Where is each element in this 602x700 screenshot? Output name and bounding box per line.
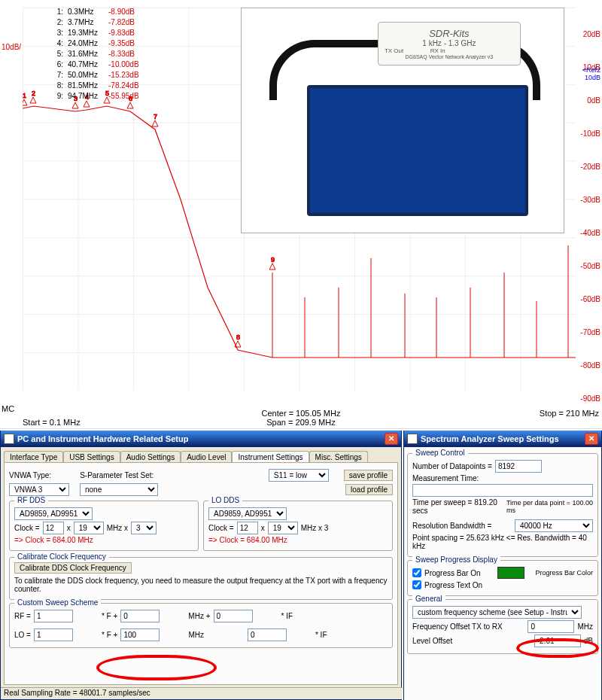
svg-text:1: 1	[23, 92, 26, 99]
status-bar: Real Sampling Rate = 48001.7 samples/sec	[1, 687, 403, 699]
datapoints-input[interactable]	[495, 460, 542, 473]
tab-interface-type[interactable]: Interface Type	[4, 451, 63, 463]
load-profile-button[interactable]: load profile	[345, 484, 393, 495]
meastime-label: Measurement Time:	[412, 474, 479, 482]
device-photo: SDR-Kits 1 kHz - 1.3 GHz TX Out RX In DG…	[241, 8, 564, 233]
y-tick: -50dB	[580, 262, 600, 295]
marker-row: 5:31.6MHz-8.33dB	[53, 50, 139, 59]
sparam-select[interactable]: none	[80, 483, 158, 496]
y-scale-left: 10dB/	[2, 43, 21, 51]
vnwa-type-select[interactable]: VNWA 3	[9, 483, 69, 496]
lo-clock-input[interactable]	[237, 522, 258, 534]
y-tick: -70dB	[580, 328, 600, 361]
lo-eq-label: LO =	[14, 631, 31, 639]
close-icon[interactable]: ✕	[585, 433, 598, 445]
lo-mult1[interactable]: 19	[268, 522, 298, 534]
marker-row: 3:19.3MHz-9.83dB	[53, 29, 139, 38]
rf-mult1[interactable]: 19	[74, 522, 104, 534]
titlebar[interactable]: PC and Instrument Hardware Related Setup…	[1, 431, 401, 447]
calibrate-help: To calibrate the DDS clock frequency, yo…	[14, 577, 388, 593]
progress-text-checkbox[interactable]: Progress Text On	[412, 580, 482, 589]
lo-offset-input[interactable]	[120, 628, 160, 641]
time-per-sweep: Time per sweep = 819.20 secs	[412, 498, 503, 515]
marker-row: 2:3.7MHz-7.82dB	[53, 18, 139, 27]
lo-dds-chip[interactable]: AD9859, AD9951	[208, 507, 287, 520]
rf-dds-legend: RF DDS	[14, 496, 48, 504]
general-legend: General	[412, 595, 445, 603]
y-tick: -10dB	[580, 129, 600, 163]
rf-clock-input[interactable]	[43, 522, 64, 534]
progress-bar-checkbox[interactable]: Progress Bar On	[412, 568, 480, 577]
app-icon	[407, 434, 418, 444]
point-spacing: Point spacing = 25.623 kHz <= Res. Bandw…	[412, 534, 593, 550]
lo-clock-label: Clock =	[208, 524, 234, 532]
tab-usb-settings[interactable]: USB Settings	[63, 451, 120, 463]
marker-row: 4:24.0MHz-9.35dB	[53, 39, 139, 48]
rf-mult2[interactable]: 3	[131, 522, 157, 534]
lo-clock-result: => Clock = 684.00 MHz	[208, 536, 388, 544]
marker-row: 1:0.3MHz-8.90dB	[53, 8, 139, 17]
device-ports: TX Out RX In	[379, 47, 520, 54]
meastime-input[interactable]	[412, 484, 593, 497]
svg-text:2: 2	[32, 90, 35, 97]
y-tick: 0dB	[580, 96, 600, 129]
y-tick: -20dB	[580, 163, 600, 196]
rf-eq-label: RF =	[14, 612, 31, 620]
rf-clock-label: Clock =	[14, 524, 40, 532]
device-brand: SDR-Kits	[429, 28, 469, 39]
spectrum-chart: 1 2 3 4 5 6 7 8 9 1:0.3MHz-8.90dB2:3.7MH…	[0, 0, 602, 429]
titlebar[interactable]: Spectrum Analyzer Sweep Settings ✕	[404, 431, 601, 447]
level-offset-input[interactable]	[534, 635, 581, 647]
window-title: Spectrum Analyzer Sweep Settings	[421, 434, 559, 443]
tab-strip: Interface TypeUSB SettingsAudio Settings…	[1, 447, 401, 462]
tab-audio-settings[interactable]: Audio Settings	[120, 451, 181, 463]
y-tick: -80dB	[580, 361, 600, 394]
rf-clock-result: => Clock = 684.00 MHz	[14, 536, 193, 544]
y-tick: -30dB	[580, 196, 600, 229]
close-icon[interactable]: ✕	[385, 433, 398, 445]
device-model: DG8SAQ Vector Network Analyzer v3	[406, 54, 494, 59]
upconverter-pcb	[307, 85, 528, 216]
svg-text:7: 7	[154, 113, 157, 120]
y-tick: -40dB	[580, 229, 600, 262]
progress-legend: Sweep Progress Display	[412, 555, 500, 564]
time-per-point: Time per data point = 100.00 ms	[506, 499, 593, 514]
center-span: Center = 105.05 MHz Span = 209.9 MHz	[262, 409, 341, 427]
span-freq: Span = 209.9 MHz	[262, 418, 341, 427]
hardware-setup-window: PC and Instrument Hardware Related Setup…	[0, 431, 402, 700]
y-tick: -60dB	[580, 295, 600, 328]
tab-misc-settings[interactable]: Misc. Settings	[309, 451, 368, 463]
progress-color-label: Progress Bar Color	[535, 569, 593, 577]
tab-instrument-settings[interactable]: Instrument Settings	[232, 451, 309, 463]
center-freq: Center = 105.05 MHz	[262, 409, 341, 418]
mc-label: MC	[2, 404, 14, 413]
lo-dds-legend: LO DDS	[208, 496, 242, 504]
sparam-label: S-Parameter Test Set:	[80, 471, 154, 479]
rbw-select[interactable]: 40000 Hz	[515, 519, 593, 532]
lo-if-input[interactable]	[248, 628, 287, 641]
datapoints-label: Number of Datapoints =	[412, 462, 492, 470]
svg-text:9: 9	[271, 256, 275, 263]
y-scale-right: <Ref2 10dB 20dB10dB0dB-10dB-20dB-30dB-40…	[580, 30, 600, 428]
lo-k-input[interactable]	[34, 628, 73, 641]
level-offset-label: Level Offset	[412, 637, 452, 645]
save-profile-button[interactable]: save profile	[344, 470, 393, 481]
freq-scheme-select[interactable]: custom frequency scheme (see Setup - Ins…	[412, 606, 582, 619]
rf-dds-chip[interactable]: AD9859, AD9951	[14, 507, 93, 520]
freq-offset-input[interactable]	[528, 620, 574, 633]
progress-bar-color[interactable]	[497, 567, 524, 579]
rf-offset-input[interactable]	[120, 610, 160, 622]
s11-select[interactable]: S11 = low	[269, 469, 329, 482]
rf-k-input[interactable]	[34, 610, 73, 622]
rf-if-input[interactable]	[214, 610, 253, 622]
calibrate-legend: Calibrate Clock Frequency	[14, 552, 109, 561]
custom-sweep-legend: Custom Sweep Scheme	[14, 598, 101, 607]
y-tick: 20dB	[580, 30, 600, 63]
calibrate-button[interactable]: Calibrate DDS Clock Frequency	[14, 562, 132, 574]
rbw-label: Resolution Bandwidth =	[412, 522, 491, 530]
window-title: PC and Instrument Hardware Related Setup	[17, 434, 188, 443]
marker-table: 1:0.3MHz-8.90dB2:3.7MHz-7.82dB3:19.3MHz-…	[53, 6, 139, 102]
tab-audio-level[interactable]: Audio Level	[181, 451, 232, 463]
sweep-control-legend: Sweep Control	[412, 449, 468, 457]
marker-row: 9:94.7MHz-55.95dB	[53, 92, 139, 101]
